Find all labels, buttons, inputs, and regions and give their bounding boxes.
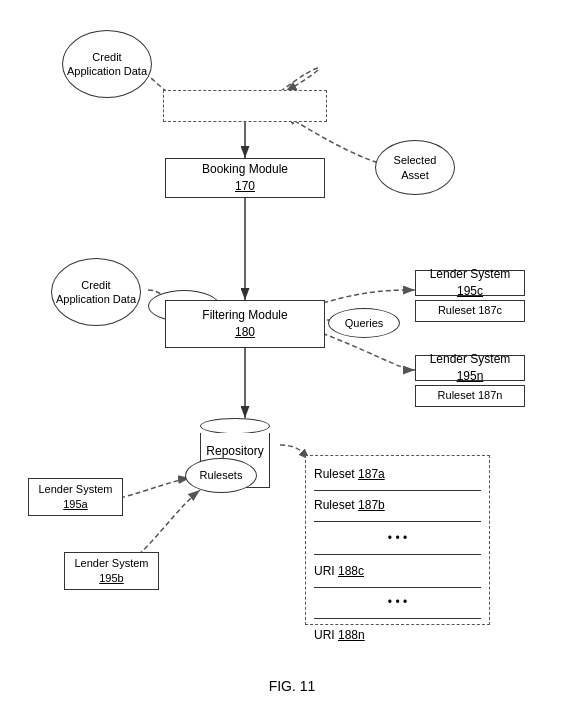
- ruleset-187b: Ruleset 187b: [314, 493, 481, 522]
- lender-system-a-box: Lender System 195a: [28, 478, 123, 516]
- ruleset-n-label: Ruleset 187n: [438, 388, 503, 403]
- dots-2: • • •: [314, 588, 481, 616]
- rulesets-oval: Rulesets: [185, 458, 257, 493]
- figure-label: FIG. 11: [0, 670, 584, 702]
- filtering-module-box: Filtering Module 180: [165, 300, 325, 348]
- ruleset-187a: Ruleset 187a: [314, 462, 481, 491]
- lender-system-c-label: Lender System: [430, 266, 511, 283]
- lender-system-c-id: 195c: [457, 283, 483, 300]
- uri-188n: URI 188n: [314, 618, 481, 647]
- queries-label: Queries: [345, 316, 384, 330]
- credit-app-top-label: Credit Application Data: [67, 50, 147, 79]
- ruleset-n-box: Ruleset 187n: [415, 385, 525, 407]
- lender-system-n-id: 195n: [457, 368, 484, 385]
- rulesets-dashed-box: Ruleset 187a Ruleset 187b • • • URI 188c…: [305, 455, 490, 625]
- lender-system-a-id: 195a: [63, 497, 87, 512]
- filtering-module-label: Filtering Module: [202, 307, 287, 324]
- credit-application-oval-mid: Credit Application Data: [51, 258, 141, 326]
- ruleset-c-label: Ruleset 187c: [438, 303, 502, 318]
- booking-module-box: Booking Module 170: [165, 158, 325, 198]
- credit-application-oval-top: Credit Application Data: [62, 30, 152, 98]
- credit-app-mid-label: Credit Application Data: [56, 278, 136, 307]
- lender-system-a-label: Lender System: [39, 482, 113, 497]
- lender-system-b-label: Lender System: [75, 556, 149, 571]
- booking-module-id: 170: [235, 178, 255, 195]
- app-module-dashed-border: [163, 90, 327, 122]
- dashed-box-contents: Ruleset 187a Ruleset 187b • • • URI 188c…: [306, 456, 489, 653]
- lender-system-b-box: Lender System 195b: [64, 552, 159, 590]
- selected-asset-label: Selected Asset: [394, 153, 437, 182]
- booking-module-label: Booking Module: [202, 161, 288, 178]
- lender-system-b-id: 195b: [99, 571, 123, 586]
- lender-system-n-label: Lender System: [430, 351, 511, 368]
- ruleset-c-box: Ruleset 187c: [415, 300, 525, 322]
- diagram: Credit Application Data Application Modu…: [0, 0, 584, 670]
- cylinder-top: [200, 418, 270, 434]
- queries-oval: Queries: [328, 308, 400, 338]
- dots-1: • • •: [314, 524, 481, 552]
- rulesets-label: Rulesets: [200, 468, 243, 482]
- filtering-module-id: 180: [235, 324, 255, 341]
- selected-asset-oval: Selected Asset: [375, 140, 455, 195]
- lender-system-c-box: Lender System 195c: [415, 270, 525, 296]
- lender-system-n-box: Lender System 195n: [415, 355, 525, 381]
- uri-188c: URI 188c: [314, 554, 481, 588]
